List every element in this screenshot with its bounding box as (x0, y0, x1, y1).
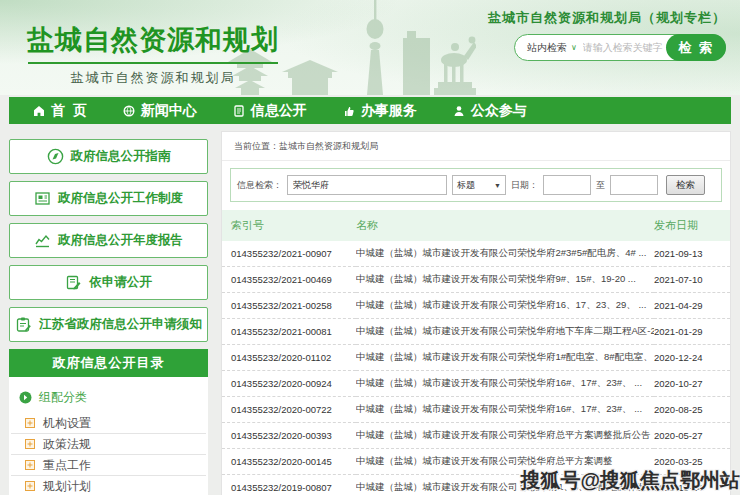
record-publish-date: 2021-01-29 (654, 319, 730, 345)
record-index-no: 014355232/2020-00924 (222, 371, 356, 397)
sidebar-directory-header[interactable]: 政府信息公开目录 (9, 349, 208, 377)
search-scope-dropdown[interactable]: 站内检索 (515, 41, 567, 55)
table-header-row: 索引号 名称 发布日期 (222, 210, 730, 241)
category-item-label: 政策法规 (43, 436, 91, 453)
record-title-link[interactable]: 中城建（盐城）城市建设开发有限公司荣悦华府总平方案调整批后公告 (356, 423, 654, 449)
column-header-title: 名称 (356, 210, 654, 241)
record-title-link[interactable]: 中城建（盐城）城市建设开发有限公司荣悦华府2#3#5#配电房、4# ... (356, 241, 654, 267)
table-row: 014355232/2020-00924中城建（盐城）城市建设开发有限公司荣悦华… (222, 371, 730, 397)
apply-icon (65, 274, 82, 291)
table-row: 014355232/2020-01102中城建（盐城）城市建设开发有限公司荣悦华… (222, 345, 730, 371)
category-item-label: 重点工作 (43, 457, 91, 474)
nav-item-label: 信息公开 (251, 102, 307, 120)
sidebar-category-panel: 组配分类 机构设置政策法规重点工作规划计划人事信息财政资金 (9, 377, 208, 495)
record-title-link[interactable]: 中城建（盐城）城市建设开发有限公司荣悦华府地下车库二期工程A区-2 ... (356, 319, 654, 345)
filter-label: 信息检索： (237, 179, 282, 192)
nav-item-3[interactable]: 办事服务 (343, 102, 417, 120)
sidebar-category-list: 机构设置政策法规重点工作规划计划人事信息财政资金 (11, 413, 206, 495)
nav-item-2[interactable]: 信息公开 (233, 102, 307, 120)
sidebar-button-label: 政府信息公开年度报告 (58, 232, 183, 249)
nav-item-label: 首 页 (51, 102, 87, 120)
sidebar-button-0[interactable]: 政府信息公开指南 (9, 139, 208, 174)
nav-item-0[interactable]: 首 页 (33, 102, 87, 120)
site-search-button[interactable]: 检 索 (666, 34, 726, 61)
record-title-link[interactable]: 中城建（盐城）城市建设开发有限公司荣悦华府16#、17#、23#、 ... (356, 397, 654, 423)
watermark: 搜狐号@搜狐焦点鄂州站 (520, 467, 740, 494)
records-table: 索引号 名称 发布日期 014355232/2021-00907中城建（盐城）城… (222, 210, 730, 495)
sidebar-category-item-3[interactable]: 规划计划 (11, 476, 206, 495)
sidebar-category-item-0[interactable]: 机构设置 (11, 413, 206, 434)
document-icon (233, 105, 245, 117)
arrow-circle-icon (19, 391, 32, 404)
sidebar-button-label: 政府信息公开工作制度 (58, 190, 183, 207)
site-brand: 盐城自然资源和规划 盐城市自然资源和规划局 (22, 22, 284, 87)
table-row: 014355232/2021-00469中城建（盐城）城市建设开发有限公司荣悦华… (222, 267, 730, 293)
nav-item-label: 办事服务 (361, 102, 417, 120)
category-item-label: 机构设置 (43, 415, 91, 432)
chevron-down-icon: ∨ (571, 43, 577, 52)
date-to-input[interactable] (610, 175, 658, 195)
plus-box-icon (25, 481, 35, 491)
nav-item-1[interactable]: 新闻中心 (123, 102, 197, 120)
record-title-link[interactable]: 中城建（盐城）城市建设开发有限公司荣悦华府1#配电室、8#配电室、 ... (356, 345, 654, 371)
records-table-body: 014355232/2021-00907中城建（盐城）城市建设开发有限公司荣悦华… (222, 241, 730, 495)
guide-icon (47, 148, 64, 165)
sidebar-button-2[interactable]: 政府信息公开年度报告 (9, 223, 208, 258)
nav-item-label: 公众参与 (471, 102, 527, 120)
record-title-link[interactable]: 中城建（盐城）城市建设开发有限公司荣悦华府16、17、23、29、 ... (356, 293, 654, 319)
site-title: 盐城自然资源和规划 (22, 22, 284, 58)
plus-box-icon (25, 460, 35, 470)
system-icon (34, 190, 51, 207)
record-publish-date: 2020-12-24 (654, 345, 730, 371)
column-title: 盐城市自然资源和规划局（规划专栏） (488, 9, 726, 27)
keyword-input[interactable] (287, 175, 447, 195)
sidebar-button-3[interactable]: 依申请公开 (9, 265, 208, 300)
sidebar-button-label: 政府信息公开指南 (71, 148, 171, 165)
record-title-link[interactable]: 中城建（盐城）城市建设开发有限公司荣悦华府9#、15#、19-20 ... (356, 267, 654, 293)
record-index-no: 014355232/2020-00145 (222, 449, 356, 475)
record-title-link[interactable]: 中城建（盐城）城市建设开发有限公司荣悦华府16#、17#、23#、 ... (356, 371, 654, 397)
home-icon (33, 105, 45, 117)
sidebar-category-item-1[interactable]: 政策法规 (11, 434, 206, 455)
plus-box-icon (25, 439, 35, 449)
plus-box-icon (25, 418, 35, 428)
field-select[interactable]: 标题 ▼ (452, 175, 506, 195)
record-index-no: 014355232/2020-00393 (222, 423, 356, 449)
thumb-icon (343, 105, 355, 117)
globe-icon (123, 105, 135, 117)
sidebar-category-group[interactable]: 组配分类 (11, 381, 206, 413)
record-publish-date: 2021-04-29 (654, 293, 730, 319)
table-row: 014355232/2020-00722中城建（盐城）城市建设开发有限公司荣悦华… (222, 397, 730, 423)
breadcrumb: 当前位置：盐城市自然资源和规划局 (222, 132, 730, 161)
site-header: 盐城自然资源和规划 盐城市自然资源和规划局 盐城市自然资源和规划局（规划专栏） … (0, 0, 740, 95)
record-publish-date: 2020-10-27 (654, 371, 730, 397)
page: 盐城自然资源和规划 盐城市自然资源和规划局 盐城市自然资源和规划局（规划专栏） … (0, 0, 740, 495)
person-icon (453, 105, 465, 117)
record-index-no: 014355232/2021-00258 (222, 293, 356, 319)
date-from-input[interactable] (543, 175, 591, 195)
filter-search-button[interactable]: 检索 (666, 175, 705, 195)
content: 政府信息公开指南政府信息公开工作制度政府信息公开年度报告依申请公开江苏省政府信息… (9, 131, 731, 495)
category-item-label: 规划计划 (43, 478, 91, 495)
filter-bar: 信息检索： 标题 ▼ 日期： 至 检索 (230, 168, 722, 202)
sidebar-category-item-2[interactable]: 重点工作 (11, 455, 206, 476)
record-index-no: 014355232/2021-00081 (222, 319, 356, 345)
sidebar-button-4[interactable]: 江苏省政府信息公开申请须知 (9, 307, 208, 342)
table-row: 014355232/2020-00393中城建（盐城）城市建设开发有限公司荣悦华… (222, 423, 730, 449)
record-index-no: 014355232/2021-00907 (222, 241, 356, 267)
sidebar-button-1[interactable]: 政府信息公开工作制度 (9, 181, 208, 216)
site-search-bar: 站内检索 ∨ 请输入检索关键字 检 索 (514, 34, 726, 61)
record-index-no: 014355232/2020-00722 (222, 397, 356, 423)
sidebar: 政府信息公开指南政府信息公开工作制度政府信息公开年度报告依申请公开江苏省政府信息… (9, 139, 208, 495)
site-subtitle: 盐城市自然资源和规划局 (22, 69, 284, 87)
record-index-no: 014355232/2020-01102 (222, 345, 356, 371)
field-select-value: 标题 (457, 179, 475, 192)
record-publish-date: 2020-05-27 (654, 423, 730, 449)
sidebar-button-label: 江苏省政府信息公开申请须知 (39, 316, 202, 333)
site-search-input[interactable]: 请输入检索关键字 (583, 41, 666, 55)
date-to-label: 至 (596, 179, 605, 192)
nav-item-4[interactable]: 公众参与 (453, 102, 527, 120)
table-row: 014355232/2021-00258中城建（盐城）城市建设开发有限公司荣悦华… (222, 293, 730, 319)
date-label: 日期： (511, 179, 538, 192)
category-group-label: 组配分类 (39, 389, 87, 406)
